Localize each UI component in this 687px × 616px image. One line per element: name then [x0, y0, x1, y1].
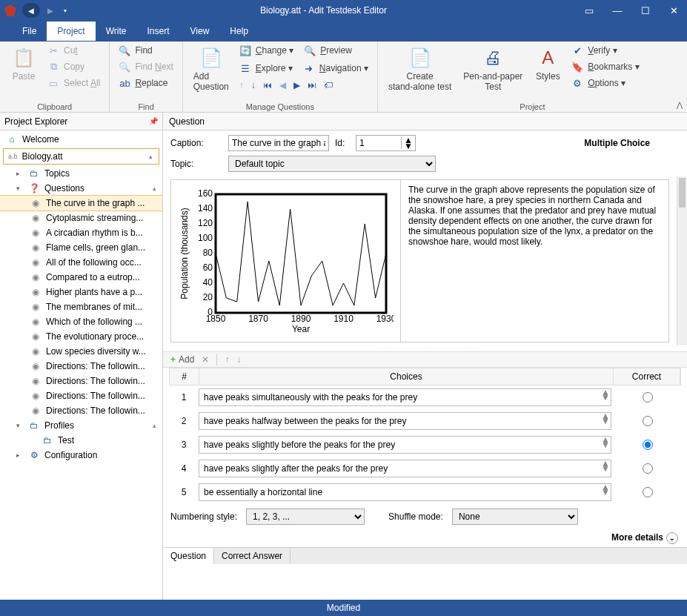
question-item[interactable]: ◉Low species diversity w...	[0, 344, 162, 359]
numbering-select[interactable]: 1, 2, 3, ...	[246, 509, 365, 525]
tab-correct-answer[interactable]: Correct Answer	[214, 548, 291, 564]
find-next-button: 🔍Find Next	[116, 59, 176, 74]
bullet-icon: ◉	[30, 302, 42, 312]
topic-select[interactable]: Default topic	[228, 156, 436, 172]
preview-icon: 🔍	[304, 44, 316, 56]
bullet-icon: ◉	[30, 242, 42, 253]
choice-down-icon[interactable]: ▼	[601, 395, 610, 400]
welcome-item[interactable]: ⌂Welcome	[0, 132, 162, 147]
close-button[interactable]: ✕	[665, 5, 683, 16]
choice-text-input[interactable]	[199, 412, 611, 430]
verify-button[interactable]: ✔Verify ▾	[568, 43, 642, 58]
question-item[interactable]: ◉All of the following occ...	[0, 255, 162, 270]
caption-input[interactable]	[228, 135, 329, 151]
question-item[interactable]: ◉Directions: The followin...	[0, 374, 162, 388]
pen-paper-test-button[interactable]: 🖨 Pen-and-paper Test	[459, 43, 527, 95]
question-item[interactable]: ◉Directions: The followin...	[0, 403, 162, 418]
menu-insert[interactable]: Insert	[136, 21, 179, 41]
add-question-button[interactable]: 📄 Add Question	[189, 43, 233, 95]
question-item[interactable]: ◉Compared to a eutrop...	[0, 270, 162, 285]
choice-number: 1	[169, 392, 199, 403]
choice-row: 2▲▼	[169, 409, 681, 433]
bullet-icon: ◉	[30, 317, 42, 327]
correct-radio[interactable]	[643, 487, 653, 497]
add-choice-button[interactable]: +Add	[170, 354, 194, 365]
find-button[interactable]: 🔍Find	[116, 43, 176, 58]
nav-last-icon[interactable]: ⏭	[308, 80, 316, 90]
bookmarks-button[interactable]: 🔖Bookmarks ▾	[568, 59, 642, 74]
nav-down-icon[interactable]: ↓	[251, 80, 256, 90]
bullet-icon: ◉	[30, 198, 42, 208]
ribbon-display-button[interactable]: ▭	[580, 5, 598, 16]
correct-radio[interactable]	[643, 392, 653, 403]
nav-next-icon[interactable]: ▶	[293, 80, 300, 90]
tab-question[interactable]: Question	[163, 548, 214, 564]
choice-down-icon[interactable]: ▼	[601, 490, 610, 495]
nav-bookmark-icon[interactable]: 🏷	[324, 80, 333, 90]
bullet-icon: ◉	[30, 346, 42, 357]
questions-node[interactable]: ▾❓Questions▴	[0, 181, 162, 196]
shuffle-select[interactable]: None	[452, 509, 578, 525]
move-up-button[interactable]: ↑	[225, 354, 229, 365]
main-area: Project Explorer 📌 ⌂Welcome a.bBiology.a…	[0, 113, 687, 600]
topics-node[interactable]: ▸🗀Topics	[0, 166, 162, 181]
options-button[interactable]: ⚙Options ▾	[568, 76, 642, 90]
preview-button[interactable]: 🔍Preview	[301, 43, 355, 58]
menu-project[interactable]: Project	[47, 21, 95, 41]
menu-write[interactable]: Write	[96, 21, 137, 41]
choice-text-input[interactable]	[199, 483, 611, 501]
choice-down-icon[interactable]: ▼	[601, 443, 610, 448]
delete-choice-button[interactable]: ✕	[202, 354, 209, 365]
menu-view[interactable]: View	[180, 21, 220, 41]
bookmark-icon: 🔖	[571, 61, 583, 73]
question-item[interactable]: ◉Directions: The followin...	[0, 388, 162, 403]
preview-scrollbar[interactable]	[677, 176, 687, 345]
navigation-button[interactable]: ➜Navigation ▾	[300, 61, 371, 76]
id-label: Id:	[335, 138, 350, 148]
replace-button[interactable]: abReplace	[116, 76, 176, 90]
choice-text-input[interactable]	[199, 436, 611, 454]
id-input[interactable]	[356, 138, 401, 148]
svg-text:1930: 1930	[376, 314, 393, 324]
move-down-button[interactable]: ↓	[236, 354, 241, 365]
configuration-node[interactable]: ▸⚙Configuration	[0, 448, 162, 463]
nav-first-icon[interactable]: ⏮	[263, 80, 272, 90]
correct-radio[interactable]	[643, 440, 653, 450]
file-item[interactable]: a.bBiology.att▴	[3, 148, 159, 165]
question-item[interactable]: ◉Which of the following ...	[0, 314, 162, 329]
maximize-button[interactable]: ☐	[637, 5, 654, 16]
choice-down-icon[interactable]: ▼	[601, 466, 610, 471]
correct-radio[interactable]	[643, 416, 653, 426]
question-item[interactable]: ◉Flame cells, green glan...	[0, 240, 162, 255]
menu-file[interactable]: File	[12, 21, 47, 41]
styles-button[interactable]: A Styles	[530, 43, 565, 85]
explore-button[interactable]: ☰Explore ▾	[236, 61, 296, 76]
profiles-node[interactable]: ▾🗀Profiles▴	[0, 418, 162, 433]
id-spinner[interactable]: ▲▼	[356, 135, 416, 151]
create-standalone-button[interactable]: 📄 Create stand-alone test	[384, 43, 456, 95]
svg-rect-0	[216, 194, 386, 313]
profile-test-item[interactable]: 🗀Test	[0, 433, 162, 448]
menu-help[interactable]: Help	[219, 21, 259, 41]
change-button[interactable]: 🔄Change ▾	[236, 43, 296, 58]
minimize-button[interactable]: —	[608, 5, 626, 16]
question-item[interactable]: ◉The curve in the graph ...	[0, 196, 162, 211]
question-item[interactable]: ◉The evolutionary proce...	[0, 329, 162, 344]
choice-down-icon[interactable]: ▼	[601, 419, 610, 424]
choice-text-input[interactable]	[199, 388, 611, 406]
splitter[interactable]: ·······································	[163, 345, 687, 351]
question-item[interactable]: ◉Cytoplasmic streaming...	[0, 211, 162, 225]
choices-toolbar: +Add ✕ ↑ ↓	[163, 351, 687, 368]
pin-icon[interactable]: 📌	[149, 117, 158, 125]
question-item[interactable]: ◉Directions: The followin...	[0, 359, 162, 374]
choice-text-input[interactable]	[199, 460, 611, 477]
correct-radio[interactable]	[643, 463, 653, 474]
ribbon-collapse-button[interactable]: ⋀	[677, 101, 683, 109]
svg-text:60: 60	[202, 262, 213, 273]
question-item[interactable]: ◉A circadian rhythm is b...	[0, 225, 162, 240]
id-down-icon[interactable]: ▼	[402, 143, 415, 149]
question-item[interactable]: ◉Higher plants have a p...	[0, 285, 162, 299]
more-details-button[interactable]: More details⌄	[163, 529, 687, 547]
question-item[interactable]: ◉The membranes of mit...	[0, 299, 162, 314]
nav-back-button[interactable]: ◀	[22, 3, 40, 18]
